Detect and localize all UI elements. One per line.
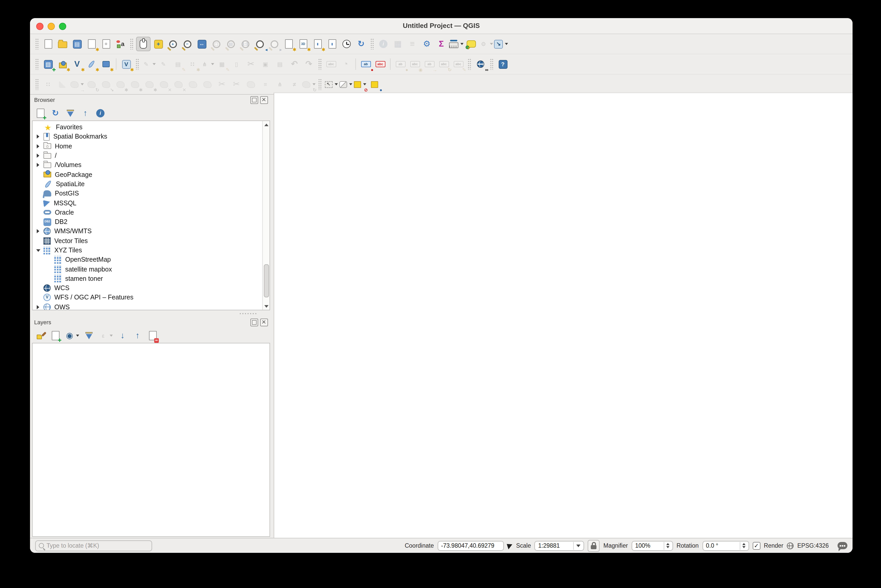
fill-ring-button[interactable]: ✱: [143, 78, 156, 91]
manage-map-themes-button[interactable]: ◉: [65, 330, 79, 341]
zoom-to-selection-button[interactable]: ▢: [210, 37, 223, 51]
zoom-out-button[interactable]: −: [180, 37, 194, 51]
simplify-feature-button[interactable]: ↘: [99, 78, 113, 91]
scale-dropdown-icon[interactable]: [573, 542, 581, 549]
browser-item-home[interactable]: ⌂Home: [33, 141, 262, 151]
refresh-map-button[interactable]: ↻: [354, 37, 368, 51]
zoom-native-resolution-button[interactable]: 1:1: [239, 37, 252, 51]
dropdown-arrow-icon[interactable]: [76, 334, 79, 337]
paste-features-button[interactable]: ▤: [273, 57, 287, 71]
deselect-all-features-button[interactable]: ⊘: [353, 78, 367, 91]
new-spatialite-layer-button[interactable]: ✱: [85, 57, 98, 71]
browser-item-xyz-tiles[interactable]: XYZ Tiles: [33, 246, 262, 255]
highlight-pinned-labels-button[interactable]: ab●: [359, 57, 372, 71]
select-by-location-button[interactable]: ●: [368, 78, 381, 91]
toolbar-drag-handle[interactable]: [35, 58, 39, 70]
scroll-down-icon[interactable]: [263, 303, 270, 309]
scale-combobox[interactable]: 1:29881: [535, 541, 584, 550]
toolbar-drag-handle[interactable]: [318, 79, 322, 90]
trim-extend-button[interactable]: ≠: [288, 78, 301, 91]
zoom-to-layer-button[interactable]: ▤: [224, 37, 237, 51]
browser-item-geopackage[interactable]: GeoPackage: [33, 170, 262, 180]
delete-selected-button[interactable]: ▯: [230, 57, 243, 71]
toolbar-drag-handle[interactable]: [468, 58, 471, 70]
merge-selected-features-button[interactable]: [244, 78, 258, 91]
browser-item-volumes[interactable]: /Volumes: [33, 160, 262, 170]
browser-item-postgis[interactable]: PostGIS: [33, 189, 262, 198]
redo-button[interactable]: ↷: [302, 57, 315, 71]
browser-add-selected-layers-button[interactable]: ✚: [35, 108, 45, 119]
rotate-point-symbols-button[interactable]: ↻: [302, 78, 315, 91]
dropdown-arrow-icon[interactable]: [211, 63, 214, 65]
rotation-spinner[interactable]: [740, 542, 745, 549]
collapse-all-layers-button[interactable]: ↑: [132, 330, 143, 341]
delete-ring-button[interactable]: ✕: [157, 78, 171, 91]
new-3d-map-view-button[interactable]: 3D✱: [296, 37, 310, 51]
browser-item-wms-wmts-expander-icon[interactable]: [35, 230, 41, 234]
delete-part-button[interactable]: ✕: [172, 78, 185, 91]
new-print-layout-button[interactable]: ✱: [85, 37, 98, 51]
render-checkbox[interactable]: ✓: [752, 542, 760, 549]
add-ring-button[interactable]: ✱: [114, 78, 127, 91]
measure-line-button[interactable]: [449, 37, 464, 51]
layer-labeling-options-button[interactable]: abc: [324, 57, 338, 71]
magnifier-spinner[interactable]: [663, 542, 669, 549]
vertex-tool-button[interactable]: ⋔: [200, 57, 214, 71]
map-canvas[interactable]: [274, 93, 852, 538]
processing-toolbox-button[interactable]: ⚙: [420, 37, 434, 51]
map-tips-button[interactable]: [465, 37, 478, 51]
layers-float-button[interactable]: [251, 318, 258, 326]
panel-splitter[interactable]: [30, 312, 271, 315]
dropdown-arrow-icon[interactable]: [490, 43, 493, 45]
metasearch-button[interactable]: ∞: [474, 57, 487, 71]
pan-map-button[interactable]: [136, 37, 150, 51]
run-feature-action-button[interactable]: ⚙: [479, 37, 493, 51]
pan-to-selection-button[interactable]: +: [152, 37, 165, 51]
cad-construction-button[interactable]: ∷: [41, 78, 55, 91]
zoom-next-button[interactable]: ▸: [267, 37, 281, 51]
browser-item-wfs-ogc-api-features[interactable]: VWFS / OGC API – Features: [33, 293, 262, 303]
toolbar-drag-handle[interactable]: [135, 58, 139, 70]
new-shapefile-layer-button[interactable]: V✱: [71, 57, 84, 71]
browser-item-home-expander-icon[interactable]: [35, 144, 41, 148]
temporal-controller-button[interactable]: [340, 37, 353, 51]
browser-item-root[interactable]: /: [33, 151, 262, 160]
extent-pointer-icon[interactable]: [506, 542, 513, 549]
browser-close-button[interactable]: [260, 96, 268, 104]
show-statistical-summary-button[interactable]: Σ: [435, 37, 448, 51]
help-button[interactable]: ?: [496, 57, 510, 71]
browser-item-volumes-expander-icon[interactable]: [35, 163, 41, 167]
browser-float-button[interactable]: [251, 96, 258, 104]
move-label-button[interactable]: ab→: [423, 57, 436, 71]
new-geopackage-layer-button[interactable]: ✱: [56, 57, 69, 71]
filter-legend-by-expression-button[interactable]: ε: [99, 330, 113, 341]
identify-features-button[interactable]: i: [377, 37, 390, 51]
browser-item-oracle[interactable]: Oracle: [33, 208, 262, 217]
move-feature-button[interactable]: →: [71, 78, 84, 91]
browser-item-satellite-mapbox[interactable]: satellite mapbox: [33, 264, 262, 274]
browser-collapse-all-button[interactable]: ↑: [80, 108, 90, 119]
browser-item-root-expander-icon[interactable]: [35, 154, 41, 158]
select-features-by-area-button[interactable]: ↖: [324, 78, 338, 91]
new-spatial-bookmark-button[interactable]: ▮✱: [311, 37, 324, 51]
coordinate-input[interactable]: -73.98047,40.69279: [437, 541, 504, 550]
add-group-button[interactable]: ✚: [50, 330, 60, 341]
locator-search-input[interactable]: Type to locate (⌘K): [35, 540, 152, 551]
select-features-button[interactable]: ↘: [494, 37, 508, 51]
current-edits-button[interactable]: ✎: [142, 57, 156, 71]
browser-filter-button[interactable]: [65, 108, 75, 119]
browser-item-spatial-bookmarks[interactable]: Spatial Bookmarks: [33, 132, 262, 142]
browser-item-wms-wmts[interactable]: WMS/WMTS: [33, 227, 262, 236]
dropdown-arrow-icon[interactable]: [505, 43, 508, 45]
filter-legend-button[interactable]: [84, 330, 94, 341]
browser-scrollbar[interactable]: [262, 121, 270, 310]
reshape-features-button[interactable]: [186, 78, 200, 91]
field-calculator-button[interactable]: ≡: [405, 37, 419, 51]
toggle-editing-button[interactable]: ✎: [157, 57, 170, 71]
show-hide-labels-button[interactable]: abc◉: [408, 57, 422, 71]
dropdown-arrow-icon[interactable]: [110, 334, 113, 337]
zoom-full-button[interactable]: ⇔: [195, 37, 209, 51]
save-layer-edits-button[interactable]: ▤✎: [171, 57, 185, 71]
save-project-button[interactable]: ▤: [71, 37, 84, 51]
lock-scale-button[interactable]: [588, 540, 600, 552]
